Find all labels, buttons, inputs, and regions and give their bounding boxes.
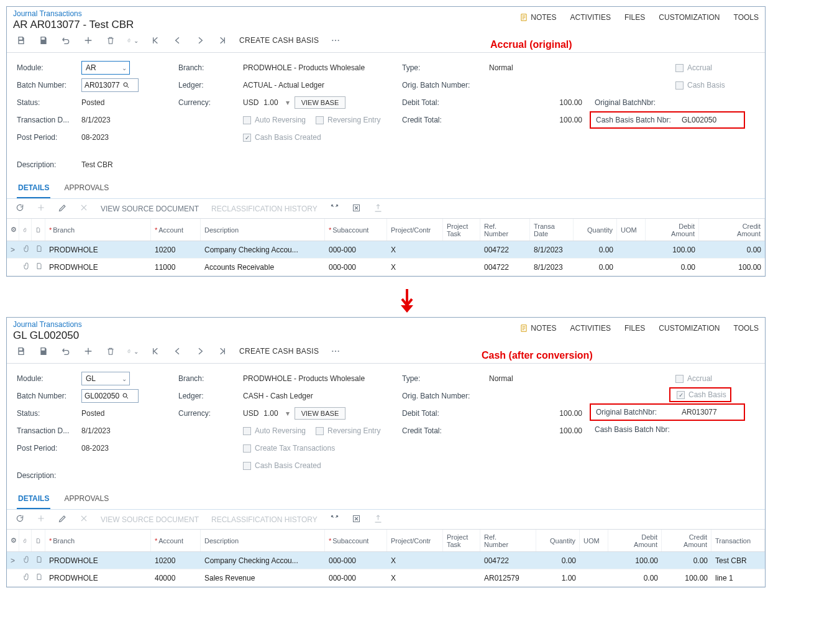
col-sub[interactable]: Subaccount [325, 219, 387, 241]
cell-credit: 0.00 [662, 556, 711, 565]
save-button[interactable] [38, 346, 49, 357]
files-link[interactable]: FILES [624, 324, 645, 333]
customization-link[interactable]: CUSTOMIZATION [659, 324, 720, 333]
next-button[interactable] [194, 346, 206, 357]
cash-batch-highlight: Cash Basis Batch Nbr: GL002050 [590, 111, 745, 129]
col-qty[interactable]: Quantity [536, 530, 580, 551]
first-button[interactable] [150, 35, 161, 46]
table-row[interactable]: > PRODWHOLE 10200 Company Checking Accou… [7, 241, 765, 259]
clip-icon [23, 555, 30, 564]
prev-button[interactable] [172, 346, 183, 357]
add-button[interactable] [83, 35, 94, 46]
col-sub[interactable]: Subaccount [325, 530, 387, 551]
save-button[interactable] [38, 35, 49, 46]
tab-approvals[interactable]: APPROVALS [63, 489, 110, 509]
clipboard-icon [127, 35, 131, 45]
col-debit[interactable]: Debit Amount [646, 219, 699, 241]
activities-link[interactable]: ACTIVITIES [570, 13, 611, 22]
col-ref[interactable]: Ref. Number [480, 530, 536, 551]
excel-button[interactable] [352, 514, 361, 525]
tab-approvals[interactable]: APPROVALS [63, 178, 110, 198]
batch-input[interactable]: AR013077 [81, 78, 139, 92]
breadcrumb[interactable]: Journal Transactions [13, 9, 519, 18]
col-ref[interactable]: Ref. Number [480, 219, 530, 241]
add-button[interactable] [83, 346, 94, 357]
files-link[interactable]: FILES [624, 13, 645, 22]
col-credit[interactable]: Credit Amount [699, 219, 765, 241]
view-base-button[interactable]: VIEW BASE [295, 407, 346, 420]
tools-link[interactable]: TOOLS [734, 13, 759, 22]
tools-link[interactable]: TOOLS [734, 324, 759, 333]
fit-button[interactable] [330, 514, 339, 525]
save-close-button[interactable] [16, 35, 27, 46]
fit-button[interactable] [330, 203, 339, 214]
col-branch[interactable]: Branch [45, 219, 151, 241]
col-branch[interactable]: Branch [45, 530, 151, 551]
col-projtask[interactable]: Project Task [443, 219, 480, 241]
prev-button[interactable] [172, 35, 183, 46]
undo-button[interactable] [60, 35, 71, 46]
col-desc[interactable]: Description [201, 530, 325, 551]
col-account[interactable]: Account [151, 530, 201, 551]
refresh-button[interactable] [16, 203, 24, 214]
notes-link[interactable]: NOTES [519, 13, 556, 22]
activities-link[interactable]: ACTIVITIES [570, 324, 611, 333]
clipboard-button[interactable]: ⌄ [127, 346, 139, 357]
grid-edit-button[interactable] [58, 203, 67, 214]
status-value: Posted [81, 98, 104, 107]
grid-edit-button[interactable] [58, 514, 67, 525]
desc-label: Description: [17, 471, 81, 480]
first-button[interactable] [150, 346, 161, 357]
col-proj[interactable]: Project/Contr [387, 530, 443, 551]
tab-details[interactable]: DETAILS [17, 489, 50, 509]
search-icon [122, 392, 129, 400]
status-label: Status: [17, 98, 81, 107]
view-src-button[interactable]: VIEW SOURCE DOCUMENT [101, 205, 199, 213]
cell-qty: 0.00 [536, 556, 580, 565]
cell-account: 10200 [151, 246, 201, 254]
col-gear[interactable]: ⚙ [7, 219, 19, 241]
col-gear[interactable]: ⚙ [7, 530, 19, 551]
col-txdesc[interactable]: Transaction [711, 530, 765, 551]
breadcrumb[interactable]: Journal Transactions [13, 320, 519, 329]
view-base-button[interactable]: VIEW BASE [295, 96, 346, 109]
table-row[interactable]: PRODWHOLE 11000 Accounts Receivable 000-… [7, 259, 765, 276]
col-qty[interactable]: Quantity [574, 219, 617, 241]
create-cash-basis-button[interactable]: CREATE CASH BASIS [239, 36, 319, 45]
delete-button[interactable] [105, 35, 116, 46]
delete-button[interactable] [105, 346, 116, 357]
rate-input[interactable]: 1.00▾ [263, 98, 289, 107]
col-tdate[interactable]: Transa Date [530, 219, 574, 241]
excel-button[interactable] [352, 203, 361, 214]
tab-details[interactable]: DETAILS [17, 178, 50, 198]
create-cash-basis-button[interactable]: CREATE CASH BASIS [239, 347, 319, 356]
batch-input[interactable]: GL002050 [81, 389, 139, 403]
save-close-button[interactable] [16, 346, 27, 357]
rate-input[interactable]: 1.00▾ [263, 409, 289, 418]
grid-delete-button [80, 203, 88, 214]
undo-button[interactable] [60, 346, 71, 357]
last-button[interactable] [217, 346, 228, 357]
col-credit[interactable]: Credit Amount [662, 530, 711, 551]
module-select[interactable]: GL⌄ [81, 372, 130, 385]
refresh-button[interactable] [16, 514, 24, 525]
cell-account: 11000 [151, 263, 201, 272]
clipboard-button[interactable]: ⌄ [127, 35, 139, 46]
module-select[interactable]: AR⌄ [81, 61, 130, 75]
col-account[interactable]: Account [151, 219, 201, 241]
table-row[interactable]: PRODWHOLE 40000 Sales Revenue 000-000 X … [7, 569, 765, 587]
col-uom[interactable]: UOM [617, 219, 646, 241]
next-button[interactable] [194, 35, 206, 46]
customization-link[interactable]: CUSTOMIZATION [659, 13, 720, 22]
col-desc[interactable]: Description [201, 219, 325, 241]
col-proj[interactable]: Project/Contr [387, 219, 443, 241]
notes-link[interactable]: NOTES [519, 324, 556, 333]
cell-qty: 0.00 [574, 246, 617, 254]
more-button[interactable] [330, 35, 341, 46]
table-row[interactable]: > PRODWHOLE 10200 Company Checking Accou… [7, 552, 765, 569]
last-button[interactable] [217, 35, 228, 46]
more-button[interactable] [330, 346, 341, 357]
col-debit[interactable]: Debit Amount [608, 530, 662, 551]
col-projtask[interactable]: Project Task [443, 530, 480, 551]
col-uom[interactable]: UOM [580, 530, 608, 551]
